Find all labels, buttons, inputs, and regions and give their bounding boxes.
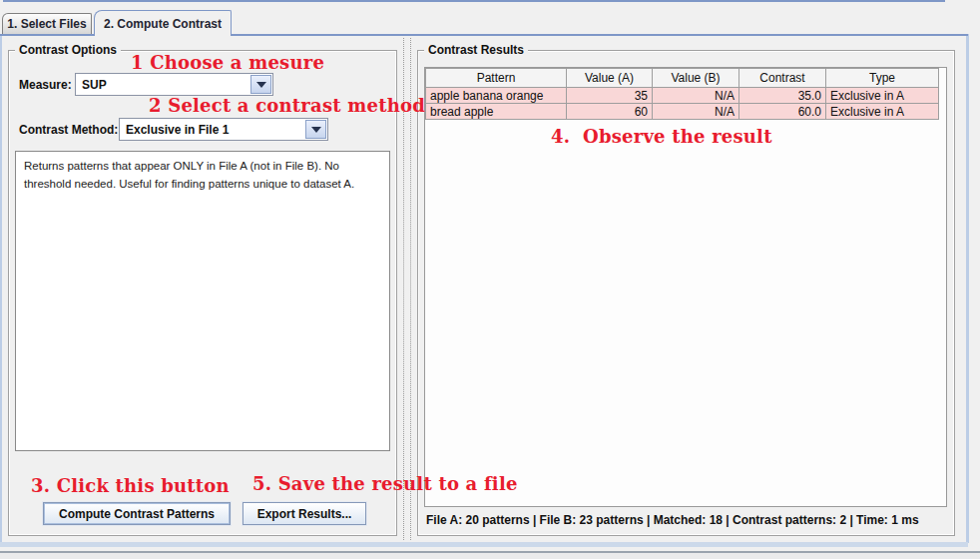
tab-select-files-label: 1. Select Files bbox=[7, 17, 86, 31]
app-window: 1. Select Files 2. Compute Contrast Cont… bbox=[0, 0, 980, 559]
table-row[interactable]: apple banana orange 35 N/A 35.0 Exclusiv… bbox=[426, 88, 939, 104]
top-panel-edge bbox=[3, 0, 945, 2]
export-results-button-label: Export Results... bbox=[257, 507, 352, 521]
tab-content-border-left bbox=[0, 34, 2, 543]
contrast-options-title: Contrast Options bbox=[15, 43, 121, 57]
annotation-step1: 1 Choose a mesure bbox=[131, 52, 324, 73]
tab-compute-contrast[interactable]: 2. Compute Contrast bbox=[94, 10, 232, 36]
method-description-textarea[interactable]: Returns patterns that appear ONLY in Fil… bbox=[15, 151, 390, 451]
compute-contrast-button[interactable]: Compute Contrast Patterns bbox=[43, 502, 231, 525]
contrast-results-title: Contrast Results bbox=[424, 43, 528, 57]
column-header-pattern[interactable]: Pattern bbox=[426, 69, 567, 88]
cell-type[interactable]: Exclusive in A bbox=[826, 104, 939, 120]
cell-pattern[interactable]: apple banana orange bbox=[426, 88, 567, 104]
column-header-contrast[interactable]: Contrast bbox=[739, 69, 826, 88]
contrast-options-panel: Contrast Options 1 Choose a mesure Measu… bbox=[8, 50, 397, 536]
window-bottom-fill bbox=[0, 553, 980, 559]
export-results-button[interactable]: Export Results... bbox=[243, 502, 366, 525]
column-header-type[interactable]: Type bbox=[826, 69, 939, 88]
cell-contrast[interactable]: 35.0 bbox=[739, 88, 826, 104]
contrast-method-label: Contrast Method: bbox=[19, 123, 118, 137]
table-row[interactable]: bread apple 60 N/A 60.0 Exclusive in A bbox=[426, 104, 939, 120]
tab-compute-contrast-label: 2. Compute Contrast bbox=[104, 17, 222, 31]
contrast-results-panel: Contrast Results Pattern Value (A) Value… bbox=[417, 50, 955, 536]
results-status-text: File A: 20 patterns | File B: 23 pattern… bbox=[426, 513, 919, 527]
method-description-text: Returns patterns that appear ONLY in Fil… bbox=[24, 160, 354, 190]
annotation-step4: 4. Observe the result bbox=[551, 126, 772, 147]
compute-contrast-button-label: Compute Contrast Patterns bbox=[59, 507, 215, 521]
cell-value-a[interactable]: 60 bbox=[567, 104, 653, 120]
results-scrollpane: Pattern Value (A) Value (B) Contrast Typ… bbox=[424, 67, 947, 507]
measure-label: Measure: bbox=[19, 78, 72, 92]
cell-type[interactable]: Exclusive in A bbox=[826, 88, 939, 104]
measure-select[interactable]: SUP bbox=[75, 73, 273, 96]
annotation-step2: 2 Select a contrast method bbox=[149, 95, 425, 116]
cell-contrast[interactable]: 60.0 bbox=[739, 104, 826, 120]
column-header-value-a[interactable]: Value (A) bbox=[567, 69, 653, 88]
column-header-value-b[interactable]: Value (B) bbox=[653, 69, 739, 88]
cell-pattern[interactable]: bread apple bbox=[426, 104, 567, 120]
measure-selected-value: SUP bbox=[82, 78, 107, 92]
contrast-method-select[interactable]: Exclusive in File 1 bbox=[119, 118, 328, 141]
contrast-method-selected-value: Exclusive in File 1 bbox=[126, 123, 229, 137]
tab-content-border-right bbox=[966, 34, 969, 543]
cell-value-b[interactable]: N/A bbox=[653, 88, 739, 104]
measure-dropdown-arrow-icon[interactable] bbox=[250, 75, 271, 94]
cell-value-a[interactable]: 35 bbox=[567, 88, 653, 104]
tab-select-files[interactable]: 1. Select Files bbox=[2, 13, 92, 34]
annotation-step3: 3. Click this button bbox=[31, 475, 230, 496]
cell-value-b[interactable]: N/A bbox=[653, 104, 739, 120]
results-table: Pattern Value (A) Value (B) Contrast Typ… bbox=[425, 68, 939, 120]
results-table-header-row: Pattern Value (A) Value (B) Contrast Typ… bbox=[426, 69, 939, 88]
tab-content-border-bottom bbox=[0, 542, 968, 547]
contrast-method-dropdown-arrow-icon[interactable] bbox=[305, 120, 326, 139]
annotation-step5: 5. Save the result to a file bbox=[252, 473, 518, 494]
